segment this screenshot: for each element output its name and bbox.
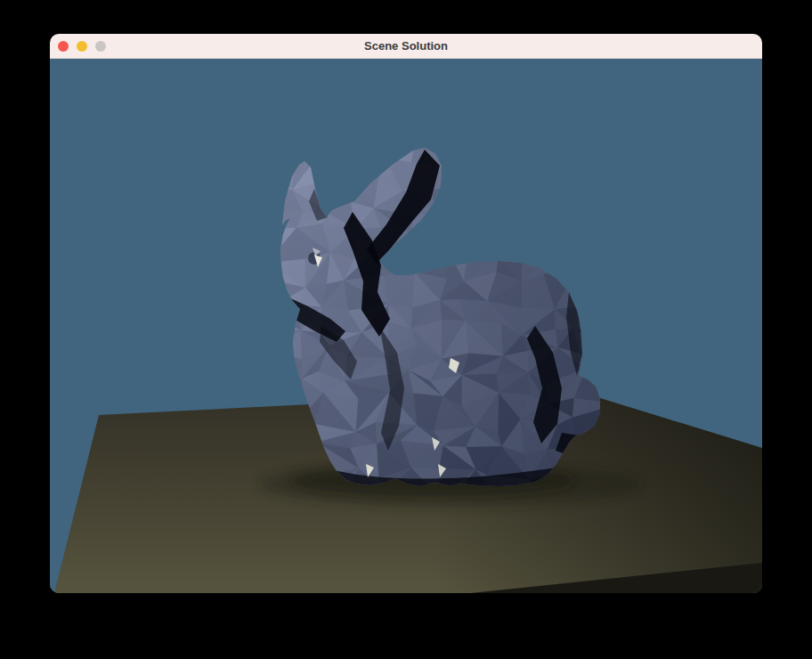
minimize-button[interactable] bbox=[77, 41, 87, 52]
titlebar[interactable]: Scene Solution bbox=[50, 34, 762, 59]
window-title: Scene Solution bbox=[50, 34, 762, 58]
zoom-button[interactable] bbox=[95, 41, 106, 52]
scene-viewport[interactable] bbox=[50, 59, 762, 593]
traffic-lights bbox=[50, 41, 106, 52]
close-button[interactable] bbox=[58, 41, 69, 52]
desktop: { "window": { "title": "Scene Solution",… bbox=[0, 0, 812, 659]
app-window: Scene Solution bbox=[50, 34, 762, 593]
